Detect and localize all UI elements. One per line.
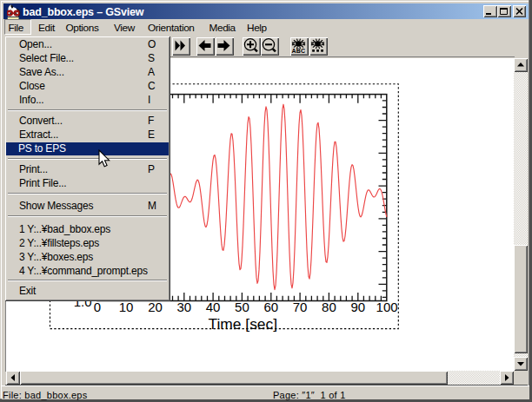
svg-text:70: 70	[293, 300, 308, 314]
svg-text:0: 0	[94, 300, 101, 314]
svg-text:40: 40	[206, 300, 221, 314]
svg-text:100: 100	[376, 300, 398, 314]
svg-text:60: 60	[263, 300, 278, 314]
svg-text:30: 30	[176, 300, 191, 314]
svg-text:10: 10	[119, 300, 134, 314]
svg-text:20: 20	[148, 300, 163, 314]
svg-text:Time [sec]: Time [sec]	[209, 315, 278, 333]
svg-text:90: 90	[350, 300, 365, 314]
svg-text:80: 80	[322, 300, 336, 314]
svg-text:50: 50	[235, 300, 249, 314]
svg-text:ABC: ABC	[291, 48, 305, 54]
